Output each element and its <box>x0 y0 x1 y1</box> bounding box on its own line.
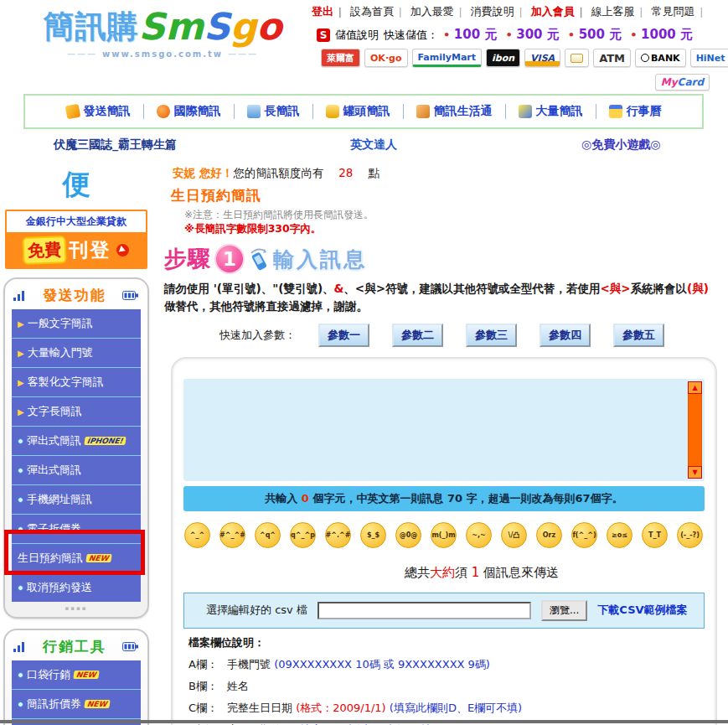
emoticon-row: ^_^ #^_^# ^q^ q^_^p #^.^# $_$ @0@ m(_)m … <box>184 522 705 548</box>
loan-ad-banner[interactable]: 金銀行中大型企業貸款 免費 刊登 <box>5 210 147 269</box>
ibon-badge[interactable]: ibon <box>486 49 520 67</box>
emoticon-button[interactable]: #^_^# <box>219 522 245 548</box>
nav-calendar[interactable]: 行事曆 <box>596 104 674 119</box>
dot-bullet-icon <box>18 438 23 444</box>
battery-icon <box>122 642 139 651</box>
can-icon <box>326 105 339 118</box>
emoticon-button[interactable]: Orz <box>536 522 562 548</box>
laptop-icon <box>247 105 261 118</box>
marketing-tools-menu: 口袋行銷NEW 簡訊折價券NEW 廣告刊登 藍牙行銷工具NEW <box>12 660 141 725</box>
top-link-bar: 登出 設為首頁 加入最愛 消費說明 加入會員 線上客服 常見問題 <box>312 4 708 19</box>
arrow-bullet-icon: ▶ <box>18 407 24 417</box>
promo-free-games-link[interactable]: ◎免費小遊戲◎ <box>581 137 660 153</box>
hinet-badge[interactable]: HiNet <box>690 49 728 67</box>
quick-store-300[interactable]: 300 元 <box>505 27 559 43</box>
sidebar-item-e-coupon[interactable]: 電子折價券 <box>12 515 141 544</box>
emoticon-button[interactable]: @0@ <box>395 522 421 548</box>
visa-badge[interactable]: VISA <box>524 49 560 67</box>
calendar-icon <box>609 105 622 118</box>
nav-send-sms[interactable]: 發送簡訊 <box>54 104 144 119</box>
notice-line: ※注意：生日預約簡訊將使用長簡訊發送。 <box>184 208 722 222</box>
nav-international-sms[interactable]: 國際簡訊 <box>144 104 235 119</box>
download-csv-sample-link[interactable]: 下載CSV範例檔案 <box>597 603 687 618</box>
sidebar-item-cancel-reserved-send[interactable]: 取消預約發送 <box>12 573 141 602</box>
sidebar-item-sms-coupon[interactable]: 簡訊折價券NEW <box>12 690 141 719</box>
sidebar-item-birthday-reserved-sms[interactable]: 生日預約簡訊NEW <box>12 544 141 573</box>
nav-long-sms[interactable]: 長簡訊 <box>235 104 313 119</box>
dot-bullet-icon <box>18 672 23 678</box>
csv-file-input[interactable] <box>318 602 531 619</box>
arrow-bullet-icon: ▶ <box>18 319 24 329</box>
param2-button[interactable]: 參數二 <box>392 324 443 347</box>
mycard-badge[interactable]: MyCard <box>655 74 710 91</box>
emoticon-button[interactable]: #^.^# <box>325 522 351 548</box>
pencil-icon <box>65 104 80 120</box>
atm-badge[interactable]: ATM <box>593 49 631 67</box>
param4-button[interactable]: 參數四 <box>540 324 591 347</box>
okgo-badge[interactable]: OK·go <box>364 49 408 67</box>
hand-cursor-icon <box>116 244 129 256</box>
stored-value-label[interactable]: 儲值說明 <box>335 28 379 43</box>
emoticon-button[interactable]: (-_-?) <box>677 522 703 548</box>
emoticon-button[interactable]: ^_^ <box>184 522 210 548</box>
bank-badge[interactable]: BANK <box>635 49 686 67</box>
emoticon-button[interactable]: T_T <box>642 522 668 548</box>
sidebar-item-bulk-number-input[interactable]: ▶大量輸入門號 <box>12 339 141 368</box>
param5-button[interactable]: 參數五 <box>613 324 664 347</box>
faq-link[interactable]: 常見問題 <box>651 5 708 18</box>
param3-button[interactable]: 參數三 <box>466 324 517 347</box>
emoticon-button[interactable]: ~,~ <box>466 522 492 548</box>
scrollbar-thumb[interactable] <box>688 394 702 466</box>
scroll-down-button[interactable]: ▼ <box>688 466 702 479</box>
join-member-link[interactable]: 加入會員 <box>531 5 588 18</box>
promo-english-link[interactable]: 英文達人 <box>350 137 397 153</box>
sidebar-item-pocket-marketing[interactable]: 口袋行銷NEW <box>12 660 141 690</box>
stored-value-icon: S <box>317 28 330 42</box>
field-row-c: C欄：完整生日日期 (格式：2009/1/1) (填寫此欄則D、E欄可不填) <box>188 701 705 716</box>
nav-canned-sms[interactable]: 罐頭簡訊 <box>313 104 404 119</box>
card-glyph-icon <box>571 54 583 63</box>
sidebar-item-popup-sms[interactable]: 彈出式簡訊 <box>12 456 141 485</box>
promo-game-link[interactable]: 伏魔三國誌_霸王轉生篇 <box>54 137 177 153</box>
nav-sms-life[interactable]: 簡訊生活通 <box>404 104 506 119</box>
quick-store-1000[interactable]: 1000 元 <box>630 27 693 43</box>
emoticon-button[interactable]: m(_)m <box>431 522 457 548</box>
sidebar: 便 金銀行中大型企業貸款 免費 刊登 發送功能 ▶一般文字簡訊 ▶大量輸入門號 … <box>0 163 152 725</box>
familymart-badge[interactable]: FamilyMart <box>412 49 483 67</box>
billing-info-link[interactable]: 消費說明 <box>471 5 528 18</box>
credit-card-icon[interactable] <box>565 49 589 67</box>
browse-button[interactable]: 瀏覽... <box>541 600 587 621</box>
sidebar-item-customized-text-sms[interactable]: ▶客製化文字簡訊 <box>12 368 141 397</box>
field-descriptions: 檔案欄位說明： A欄：手機門號 (09XXXXXXXX 10碼 或 9XXXXX… <box>188 635 705 725</box>
arrow-bullet-icon: ▶ <box>18 378 24 387</box>
publish-label: 刊登 <box>70 237 111 263</box>
dot-bullet-icon <box>18 526 23 532</box>
emoticon-button[interactable]: $_$ <box>360 522 386 548</box>
emoticon-button[interactable]: f(^_^) <box>571 522 597 548</box>
step-label: 步驟 <box>164 244 211 274</box>
scroll-up-button[interactable]: ▲ <box>688 381 702 394</box>
nav-bulk-sms[interactable]: 大量簡訊 <box>506 104 596 119</box>
online-support-link[interactable]: 線上客服 <box>591 5 648 18</box>
set-homepage-link[interactable]: 設為首頁 <box>350 5 407 18</box>
char-count-bar: 共輸入 0 個字元，中英文第一則訊息 70 字，超過一則改為每則67個字。 <box>183 486 705 511</box>
quick-store-500[interactable]: 500 元 <box>568 27 622 43</box>
add-favorite-link[interactable]: 加入最愛 <box>410 5 467 18</box>
emoticon-button[interactable]: ^q^ <box>255 522 281 548</box>
site-logo[interactable]: 簡訊購SmSgo www.smsgo.com.tw <box>22 5 303 59</box>
emoticon-button[interactable]: ≥o≤ <box>607 522 632 548</box>
dot-bullet-icon <box>18 702 23 707</box>
sidebar-item-general-text-sms[interactable]: ▶一般文字簡訊 <box>12 309 141 339</box>
payment-methods: 萊爾富 OK·go FamilyMart ibon VISA ATM BANK … <box>321 49 728 67</box>
message-textarea[interactable] <box>185 381 684 479</box>
sidebar-item-mobile-url-sms[interactable]: 手機網址簡訊 <box>12 485 141 515</box>
sidebar-item-long-text-sms[interactable]: ▶文字長簡訊 <box>12 397 141 427</box>
emoticon-button[interactable]: q^_^p <box>290 522 316 548</box>
hilife-badge[interactable]: 萊爾富 <box>321 49 360 67</box>
logout-link[interactable]: 登出 <box>312 5 347 18</box>
emoticon-button[interactable]: \/凸 <box>501 522 527 548</box>
sidebar-item-popup-sms-iphone[interactable]: 彈出式簡訊iPHONE! <box>12 427 141 456</box>
quick-store-100[interactable]: 100 元 <box>443 27 497 43</box>
param1-button[interactable]: 參數一 <box>318 324 369 347</box>
main-content: 安妮 您好！您的簡訊額度尚有28點 生日預約簡訊 ※注意：生日預約簡訊將使用長簡… <box>163 164 722 725</box>
